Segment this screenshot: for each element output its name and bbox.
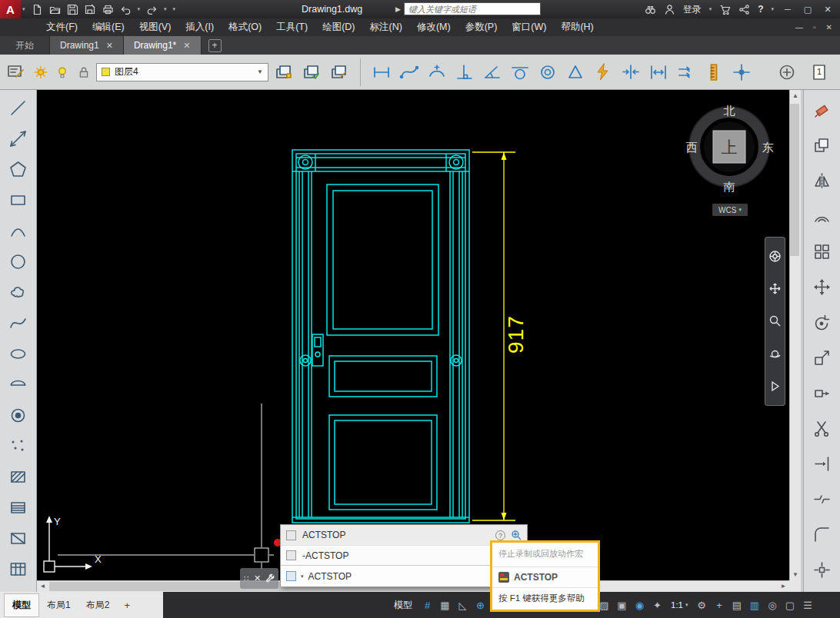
- layer-states-icon[interactable]: [299, 57, 324, 88]
- save-as-icon[interactable]: [85, 4, 96, 15]
- add-layout-button[interactable]: +: [117, 596, 137, 614]
- open-folder-icon[interactable]: [49, 4, 61, 15]
- drafting-settings-icon[interactable]: [4, 57, 28, 88]
- redo-caret-icon[interactable]: ▾: [164, 6, 167, 12]
- extend-tool-icon[interactable]: [805, 446, 839, 481]
- doc-restore-button[interactable]: ▫: [813, 23, 816, 32]
- menu-help[interactable]: 帮助(H): [561, 21, 593, 34]
- array-tool-icon[interactable]: [805, 234, 839, 269]
- show-motion-icon[interactable]: [768, 380, 782, 393]
- copy-tool-icon[interactable]: [805, 128, 839, 163]
- undo-icon[interactable]: [120, 4, 132, 15]
- customize-wrench-icon[interactable]: [265, 572, 275, 586]
- tab-close-icon[interactable]: ✕: [183, 41, 190, 51]
- menu-format[interactable]: 格式(O): [228, 21, 262, 34]
- revision-cloud-icon[interactable]: [2, 277, 35, 307]
- annotation-visibility-icon[interactable]: ◉: [632, 596, 648, 613]
- help-caret-icon[interactable]: ▾: [771, 6, 774, 12]
- polygon-tool-icon[interactable]: [2, 154, 35, 184]
- construction-line-icon[interactable]: [2, 123, 35, 154]
- line-tool-icon[interactable]: [2, 92, 35, 123]
- orbit-icon[interactable]: [768, 347, 782, 360]
- grid-icon[interactable]: #: [419, 596, 435, 613]
- annotation-monitor-icon[interactable]: +: [712, 596, 728, 613]
- doc-close-button[interactable]: ✕: [826, 23, 832, 32]
- quick-properties-icon[interactable]: ▤: [729, 596, 745, 613]
- recent-commands-icon[interactable]: [286, 571, 296, 581]
- symmetric-icon[interactable]: [563, 57, 588, 88]
- menu-draw[interactable]: 绘图(D): [322, 21, 355, 34]
- chevron-down-icon[interactable]: ▼: [257, 68, 263, 75]
- annotation-scale-control[interactable]: 1:1▾: [671, 600, 688, 610]
- region-tool-icon[interactable]: [2, 523, 35, 553]
- zoom-icon[interactable]: [768, 314, 782, 327]
- menu-file[interactable]: 文件(F): [46, 21, 78, 34]
- ellipse-arc-icon[interactable]: [2, 369, 35, 400]
- donut-tool-icon[interactable]: [2, 400, 35, 430]
- infer-constraints-icon[interactable]: ◺: [455, 596, 471, 613]
- hatch-tool-icon[interactable]: [2, 461, 35, 492]
- save-icon[interactable]: [67, 4, 78, 15]
- break-tool-icon[interactable]: [805, 481, 839, 517]
- help-icon[interactable]: ?: [758, 4, 763, 15]
- explode-tool-icon[interactable]: [805, 552, 839, 587]
- new-file-icon[interactable]: [32, 4, 43, 15]
- arc-tool-icon[interactable]: [2, 215, 35, 246]
- scale-tool-icon[interactable]: [805, 340, 839, 375]
- layer-match-icon[interactable]: [327, 57, 352, 88]
- vertical-scroll-thumb[interactable]: [790, 104, 799, 256]
- rotate-tool-icon[interactable]: [805, 304, 839, 340]
- erase-tool-icon[interactable]: [805, 92, 839, 128]
- perpendicular-snap-icon[interactable]: [452, 57, 477, 88]
- layer-on-sun-icon[interactable]: [32, 57, 50, 88]
- menu-view[interactable]: 视图(V): [139, 21, 172, 34]
- circle-tool-icon[interactable]: [2, 246, 35, 277]
- command-window-grip[interactable]: ∷ ✕: [240, 568, 278, 589]
- table-tool-icon[interactable]: [2, 553, 35, 584]
- user-icon[interactable]: [664, 4, 675, 15]
- redo-icon[interactable]: [146, 4, 158, 15]
- share-icon[interactable]: [738, 4, 750, 15]
- trim-tool-icon[interactable]: [805, 410, 839, 446]
- layer-bulb-icon[interactable]: [53, 57, 72, 88]
- autocad-logo-icon[interactable]: A: [0, 0, 21, 18]
- login-caret-icon[interactable]: ▾: [709, 6, 712, 12]
- internet-search-icon[interactable]: [511, 530, 522, 540]
- dynamic-input-icon[interactable]: ⊕: [472, 596, 488, 613]
- tab-layout1[interactable]: 布局1: [39, 593, 78, 617]
- nav-wheel-icon[interactable]: [768, 250, 782, 263]
- grip-dots-icon[interactable]: ∷: [244, 574, 249, 583]
- clean-screen-icon[interactable]: ▢: [782, 596, 798, 613]
- close-button[interactable]: ✕: [822, 5, 834, 15]
- search-input[interactable]: [404, 2, 541, 15]
- layer-properties-icon[interactable]: [272, 57, 296, 88]
- concentric-icon[interactable]: [535, 57, 560, 88]
- graphics-performance-icon[interactable]: ▥: [747, 596, 763, 613]
- menu-modify[interactable]: 修改(M): [417, 21, 451, 34]
- autoscale-icon[interactable]: ✦: [649, 596, 665, 613]
- fillet-tool-icon[interactable]: [805, 517, 839, 552]
- angular-dim-icon[interactable]: [480, 57, 505, 88]
- selection-cycling-icon[interactable]: ▣: [614, 596, 630, 613]
- tangent-snap-icon[interactable]: [508, 57, 532, 88]
- menu-parametric[interactable]: 参数(P): [465, 21, 498, 34]
- offset-arrows-icon[interactable]: [674, 57, 698, 88]
- snap-mode-icon[interactable]: ▦: [437, 596, 453, 613]
- tab-start[interactable]: 开始: [0, 36, 50, 55]
- model-space-label[interactable]: 模型: [394, 599, 412, 612]
- tab-drawing1[interactable]: Drawing1✕: [50, 36, 124, 55]
- stretch-tool-icon[interactable]: [805, 375, 839, 410]
- gradient-tool-icon[interactable]: [2, 492, 35, 523]
- tab-close-icon[interactable]: ✕: [106, 41, 113, 51]
- command-help-icon[interactable]: ?: [495, 530, 505, 540]
- tab-layout2[interactable]: 布局2: [78, 593, 118, 617]
- menu-tools[interactable]: 工具(T): [276, 21, 308, 34]
- ruler-icon[interactable]: [702, 57, 726, 88]
- tab-drawing1-active[interactable]: Drawing1*✕: [124, 36, 202, 55]
- menu-window[interactable]: 窗口(W): [512, 21, 546, 34]
- menu-edit[interactable]: 编辑(E): [92, 21, 125, 34]
- close-command-window-icon[interactable]: ✕: [254, 573, 261, 583]
- add-circle-icon[interactable]: [775, 57, 799, 88]
- wcs-selector[interactable]: WCS▾: [712, 204, 748, 216]
- layer-dropdown[interactable]: 图层4 ▼: [96, 63, 268, 81]
